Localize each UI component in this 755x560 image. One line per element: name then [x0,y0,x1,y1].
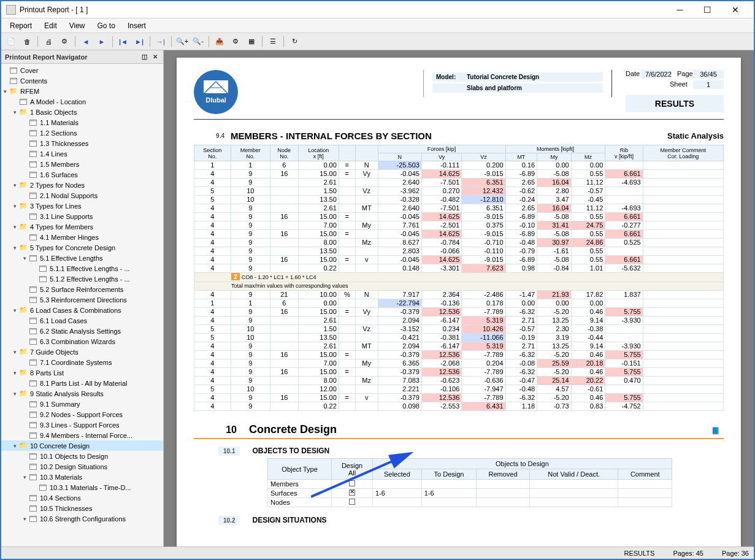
tree-label: 1.5 Members [40,161,79,168]
delete-icon[interactable]: 🗑 [20,35,34,48]
minimize-button[interactable]: ─ [666,2,694,18]
print-setup-icon[interactable]: ⚙ [57,35,72,48]
layout-icon[interactable]: ▦ [244,35,259,48]
tree-item[interactable]: 5.1.1 Effective Lengths - ... [1,263,163,274]
goto-icon[interactable]: →| [153,35,168,48]
prev-icon[interactable]: ◄ [79,35,93,48]
sheet-value: 1 [693,80,724,89]
tree-item[interactable]: 8.1 Parts List - All by Material [1,378,163,388]
first-icon[interactable]: |◄ [116,35,131,48]
menu-edit[interactable]: Edit [38,20,63,32]
svg-rect-0 [204,80,228,94]
tree-label: 8.1 Parts List - All by Material [40,380,127,387]
tree-item[interactable]: 6.1 Load Cases [1,315,163,326]
tree-item[interactable]: A Model - Location [1,96,163,107]
menu-view[interactable]: View [63,20,91,32]
table-icon [28,327,38,336]
table-icon [28,400,38,408]
maximize-button[interactable]: ☐ [694,2,721,18]
tree-item[interactable]: ▾5.1 Effective Lengths [1,253,163,263]
tree-label: 10.2 Design Situations [40,463,107,470]
tree-item[interactable]: 1.1 Materials [1,117,163,128]
export-icon[interactable]: 📤 [212,35,227,48]
zoom-out-icon[interactable]: 🔍- [191,35,205,48]
tree-item[interactable]: ▾📁8 Parts List [1,367,163,378]
tree-item[interactable]: 10.5 Thicknesses [1,503,163,513]
tree-item[interactable]: 1.2 Sections [1,128,163,138]
tree-item[interactable]: 6.2 Static Analysis Settings [1,326,163,336]
tree-item[interactable]: 9.1 Summary [1,399,163,409]
next-icon[interactable]: ► [94,35,109,48]
window-title: Printout Report - [ 1 ] [20,6,666,14]
tree-item[interactable]: 10.2 Design Situations [1,461,163,472]
tree-item[interactable]: Contents [1,75,163,86]
tree-item[interactable]: 9.3 Lines - Support Forces [1,420,163,430]
tree-item[interactable]: ▾📁4 Types for Members [1,221,163,232]
tree-label: Cover [20,67,38,74]
close-button[interactable]: ✕ [721,2,749,18]
tree-item[interactable]: 5.1.2 Effective Lengths - ... [1,274,163,284]
tree-item[interactable]: ▾📁1 Basic Objects [1,107,163,117]
tree-item[interactable]: 5.3 Reinforcement Directions [1,294,163,305]
tree-label: 2.1 Nodal Supports [40,192,98,199]
report-page: Dlubal Model: Tutorial Concrete Design S… [177,58,741,547]
tree-item[interactable]: 10.3.1 Materials - Time-D... [1,482,163,493]
tree-label: 1.2 Sections [40,129,77,137]
tree-item[interactable]: ▾📁2 Types for Nodes [1,180,163,190]
tree-item[interactable]: 1.3 Thicknesses [1,138,163,148]
tree-label: 7 Guide Objects [30,348,79,356]
titlebar: Printout Report - [ 1 ] ─ ☐ ✕ [1,1,754,18]
zoom-in-icon[interactable]: 🔍+ [175,35,190,48]
menu-report[interactable]: Report [4,20,38,32]
tree-item[interactable]: 6.3 Combination Wizards [1,336,163,347]
tree-item[interactable]: 7.1 Coordinate Systems [1,357,163,367]
tree-item[interactable]: 2.1 Nodal Supports [1,190,163,201]
table-icon [28,129,38,137]
tree-label: 10.3.1 Materials - Time-D... [50,484,131,491]
navigator-tree[interactable]: CoverContents▾📁RFEMA Model - Location▾📁1… [1,64,163,547]
print-icon[interactable]: 🖨 [41,35,56,48]
tree-label: 10.4 Sections [40,494,81,502]
tree-item[interactable]: 1.4 Lines [1,148,163,159]
new-icon[interactable]: 📄 [4,35,18,48]
tree-item[interactable]: 4.1 Member Hinges [1,232,163,242]
tree-item[interactable]: ▾📁5 Types for Concrete Design [1,242,163,253]
table-icon [28,212,38,221]
menu-insert[interactable]: Insert [121,20,152,32]
separator [112,36,113,47]
tree-item[interactable]: 10.1 Objects to Design [1,451,163,461]
page-value: 36/45 [693,70,724,79]
table-icon [28,452,38,461]
close-panel-icon[interactable]: ✕ [151,53,159,61]
tree-item[interactable]: ▾📁3 Types for Lines [1,201,163,211]
last-icon[interactable]: ►| [132,35,147,48]
tree-item[interactable]: ▾📁9 Static Analysis Results [1,388,163,399]
tree-item[interactable]: 10.4 Sections [1,493,163,503]
list-icon[interactable]: ☰ [266,35,280,48]
tree-item[interactable]: 1.5 Members [1,159,163,169]
tree-item[interactable]: 5.2 Surface Reinforcements [1,284,163,294]
app-icon [6,5,16,15]
tree-item[interactable]: 3.1 Line Supports [1,211,163,221]
report-viewport[interactable]: Dlubal Model: Tutorial Concrete Design S… [164,50,754,547]
tree-item[interactable]: ▾📁RFEM [1,86,163,96]
dock-icon[interactable]: ◫ [140,53,148,61]
tree-item[interactable]: ▾📁10 Concrete Design [1,440,163,451]
tree-item[interactable]: ▾10.3 Materials [1,472,163,482]
settings-icon[interactable]: ⚙ [228,35,243,48]
tree-label: 5 Types for Concrete Design [30,244,115,251]
header-meta-block: Date7/6/2022Page36/45 Sheet1 RESULTS [619,70,724,112]
tree-item[interactable]: 9.4 Members - Internal Force... [1,430,163,440]
tree-item[interactable]: 9.2 Nodes - Support Forces [1,409,163,420]
table-icon [28,515,38,523]
tree-item[interactable]: ▾📁7 Guide Objects [1,347,163,357]
menu-goto[interactable]: Go to [91,20,121,32]
tree-item[interactable]: ▾📁6 Load Cases & Combinations [1,305,163,315]
tree-item[interactable]: Cover [1,65,163,75]
tree-item[interactable]: ▾10.6 Strength Configurations [1,513,163,524]
refresh-icon[interactable]: ↻ [287,35,302,48]
table-icon [28,494,38,502]
tree-item[interactable]: 1.6 Surfaces [1,169,163,180]
status-page: Page: 36 [722,550,749,557]
navigator-header: Printout Report Navigator ◫ ✕ [1,50,163,64]
